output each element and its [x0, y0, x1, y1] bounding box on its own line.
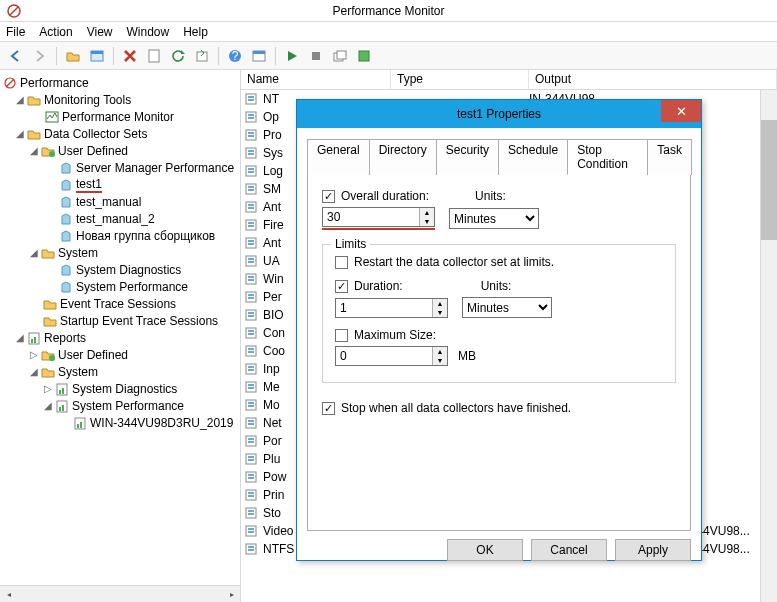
delete-icon[interactable] — [120, 46, 140, 66]
new-window-icon[interactable] — [330, 46, 350, 66]
list-header[interactable]: Name Type Output — [241, 70, 777, 90]
spin-down-icon[interactable]: ▼ — [420, 217, 434, 226]
cancel-button[interactable]: Cancel — [531, 539, 607, 561]
duration-checkbox[interactable] — [335, 280, 348, 293]
tree-root[interactable]: Performance — [20, 76, 89, 90]
collapse-icon[interactable]: ◢ — [14, 332, 26, 343]
tree-user-defined[interactable]: User Defined — [58, 144, 128, 158]
help-icon[interactable]: ? — [225, 46, 245, 66]
refresh-icon[interactable] — [168, 46, 188, 66]
close-button[interactable]: ✕ — [661, 100, 701, 122]
col-output[interactable]: Output — [529, 70, 777, 89]
tree-test-manual[interactable]: test_manual — [76, 195, 141, 209]
svg-rect-92 — [248, 456, 254, 458]
menu-view[interactable]: View — [87, 25, 113, 39]
svg-rect-41 — [248, 150, 254, 152]
tree-sys-diag[interactable]: System Diagnostics — [76, 263, 181, 277]
collapse-icon[interactable]: ◢ — [42, 400, 54, 411]
tree-reports[interactable]: Reports — [44, 331, 86, 345]
export-icon[interactable] — [192, 46, 212, 66]
col-name[interactable]: Name — [241, 70, 391, 89]
tree-system[interactable]: System — [58, 246, 98, 260]
tab-schedule[interactable]: Schedule — [498, 139, 568, 175]
duration-spin[interactable]: ▲▼ — [335, 298, 448, 318]
col-type[interactable]: Type — [391, 70, 529, 89]
collector-icon — [58, 177, 74, 193]
overall-duration-input[interactable] — [323, 208, 419, 226]
collapse-icon[interactable]: ◢ — [28, 247, 40, 258]
tree-r-system[interactable]: System — [58, 365, 98, 379]
maxsize-input[interactable] — [336, 347, 432, 365]
duration-input[interactable] — [336, 299, 432, 317]
tab-general[interactable]: General — [307, 139, 370, 175]
forward-button[interactable] — [30, 46, 50, 66]
tree-sys-perf[interactable]: System Performance — [76, 280, 188, 294]
collapse-icon[interactable]: ◢ — [28, 145, 40, 156]
spin-down-icon[interactable]: ▼ — [433, 308, 447, 317]
item-icon — [243, 289, 259, 305]
svg-rect-48 — [248, 189, 254, 191]
ok-button[interactable]: OK — [447, 539, 523, 561]
stop-all-checkbox[interactable] — [322, 402, 335, 415]
duration-units-select[interactable]: Minutes — [462, 297, 552, 318]
expand-icon[interactable]: ▷ — [28, 349, 40, 360]
window-icon[interactable] — [249, 46, 269, 66]
overall-duration-spin[interactable]: ▲▼ — [322, 207, 435, 227]
nav-tree[interactable]: Performance ◢Monitoring Tools Performanc… — [0, 70, 241, 602]
tree-scrollbar-h[interactable]: ◂▸ — [0, 585, 240, 602]
overall-duration-checkbox[interactable] — [322, 190, 335, 203]
item-icon — [243, 451, 259, 467]
tree-event-trace[interactable]: Event Trace Sessions — [60, 297, 176, 311]
dialog-titlebar[interactable]: test1 Properties ✕ — [297, 100, 701, 128]
item-icon — [243, 163, 259, 179]
tab-stop-condition[interactable]: Stop Condition — [567, 139, 648, 175]
doc-icon[interactable] — [144, 46, 164, 66]
tab-directory[interactable]: Directory — [369, 139, 437, 175]
list-scrollbar-v[interactable] — [760, 90, 777, 602]
panel-icon[interactable] — [87, 46, 107, 66]
tree-monitoring-tools[interactable]: Monitoring Tools — [44, 93, 131, 107]
save-green-icon[interactable] — [354, 46, 374, 66]
tree-r-sysperf[interactable]: System Performance — [72, 399, 184, 413]
tree-r-leaf[interactable]: WIN-344VU98D3RU_2019 — [90, 416, 233, 430]
collapse-icon[interactable]: ◢ — [28, 366, 40, 377]
menu-window[interactable]: Window — [127, 25, 170, 39]
tree-server-manager[interactable]: Server Manager Performance — [76, 161, 234, 175]
play-icon[interactable] — [282, 46, 302, 66]
tree-test1[interactable]: test1 — [76, 177, 102, 193]
svg-rect-89 — [248, 438, 254, 440]
restart-checkbox[interactable] — [335, 256, 348, 269]
overall-units-select[interactable]: Minutes — [449, 208, 539, 229]
spin-up-icon[interactable]: ▲ — [420, 208, 434, 217]
tree-test-manual2[interactable]: test_manual_2 — [76, 212, 155, 226]
menu-help[interactable]: Help — [183, 25, 208, 39]
menu-action[interactable]: Action — [39, 25, 72, 39]
menu-file[interactable]: File — [6, 25, 25, 39]
stop-icon[interactable] — [306, 46, 326, 66]
tree-dcs[interactable]: Data Collector Sets — [44, 127, 147, 141]
svg-rect-93 — [248, 459, 254, 461]
svg-rect-72 — [248, 333, 254, 335]
tree-r-userdef[interactable]: User Defined — [58, 348, 128, 362]
tab-task[interactable]: Task — [647, 139, 692, 175]
spin-up-icon[interactable]: ▲ — [433, 299, 447, 308]
tree-perfmon[interactable]: Performance Monitor — [62, 110, 174, 124]
maxsize-checkbox[interactable] — [335, 329, 348, 342]
open-folder-icon[interactable] — [63, 46, 83, 66]
expand-icon[interactable]: ▷ — [42, 383, 54, 394]
svg-rect-74 — [248, 348, 254, 350]
svg-rect-57 — [248, 243, 254, 245]
spin-down-icon[interactable]: ▼ — [433, 356, 447, 365]
tree-startup-trace[interactable]: Startup Event Trace Sessions — [60, 314, 218, 328]
svg-rect-86 — [248, 420, 254, 422]
tab-security[interactable]: Security — [436, 139, 499, 175]
svg-rect-35 — [248, 114, 254, 116]
back-button[interactable] — [6, 46, 26, 66]
spin-up-icon[interactable]: ▲ — [433, 347, 447, 356]
tree-novaya[interactable]: Новая группа сборщиков — [76, 229, 215, 243]
maxsize-spin[interactable]: ▲▼ — [335, 346, 448, 366]
tree-r-sysdiag[interactable]: System Diagnostics — [72, 382, 177, 396]
collapse-icon[interactable]: ◢ — [14, 94, 26, 105]
collapse-icon[interactable]: ◢ — [14, 128, 26, 139]
apply-button[interactable]: Apply — [615, 539, 691, 561]
